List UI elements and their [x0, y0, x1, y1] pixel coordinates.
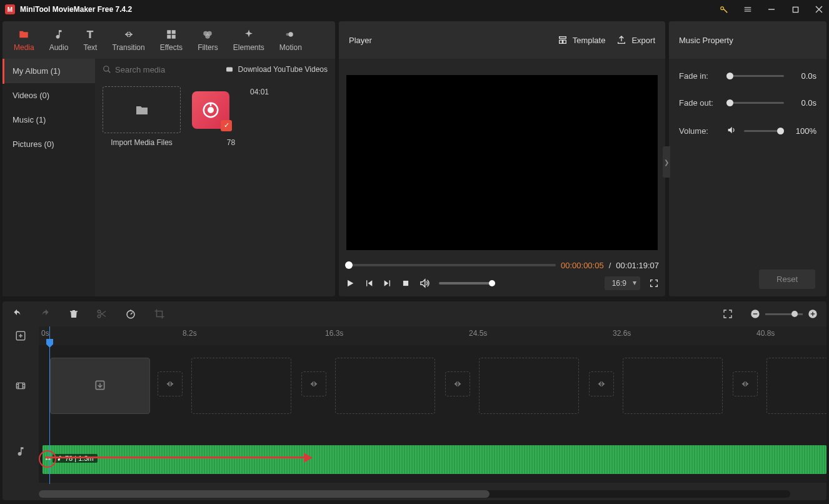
sidebar-item-pictures[interactable]: Pictures (0): [3, 132, 95, 156]
player-progress-bar[interactable]: [345, 264, 556, 266]
property-panel: ❯ Music Property Fade in: 0.0s Fade out:…: [669, 21, 826, 296]
export-button[interactable]: Export: [616, 35, 655, 45]
sidebar-item-music[interactable]: Music (1): [3, 108, 95, 132]
volume-prop-slider[interactable]: [744, 130, 784, 132]
total-time: 00:01:19:07: [616, 261, 659, 270]
annotation-arrow: [45, 456, 308, 458]
ruler-tick: 40.8s: [756, 329, 775, 338]
sidebar-item-videos[interactable]: Videos (0): [3, 83, 95, 108]
download-youtube-link[interactable]: Download YouTube Videos: [224, 65, 328, 74]
transition-icon: [123, 28, 135, 41]
audio-track[interactable]: 78 | 1.3m ↔: [39, 426, 826, 483]
player-title: Player: [349, 36, 546, 45]
tab-audio[interactable]: Audio: [42, 24, 76, 56]
close-button[interactable]: [814, 4, 824, 14]
fade-out-slider[interactable]: [726, 102, 784, 104]
property-title: Music Property: [669, 21, 826, 59]
audio-track-icon: [15, 426, 26, 476]
svg-rect-7: [172, 35, 176, 39]
tab-media[interactable]: Media: [3, 24, 42, 56]
tab-effects[interactable]: Effects: [153, 24, 190, 56]
delete-button[interactable]: [69, 308, 79, 320]
video-clip-slot[interactable]: [479, 358, 579, 414]
timeline-ruler[interactable]: 0s 8.2s 16.3s 24.5s 32.6s 40.8s: [39, 326, 826, 345]
template-button[interactable]: Template: [558, 35, 606, 45]
volume-slider[interactable]: [439, 282, 495, 285]
waveform: [43, 445, 826, 474]
next-frame-button[interactable]: [383, 278, 393, 288]
fade-in-slider[interactable]: [726, 75, 784, 77]
sparkle-icon: [243, 28, 254, 41]
svg-rect-15: [226, 68, 233, 72]
zoom-slider[interactable]: [765, 313, 803, 315]
sidebar-item-my-album[interactable]: My Album (1): [3, 59, 95, 83]
transition-slot[interactable]: [301, 371, 326, 396]
fade-in-label: Fade in:: [679, 71, 720, 81]
prev-frame-button[interactable]: [364, 278, 374, 288]
audio-clip-label: 78 | 1.3m: [53, 454, 98, 463]
add-track-button[interactable]: [15, 326, 26, 345]
collapse-panel-button[interactable]: ❯: [663, 146, 670, 178]
motion-icon: [285, 28, 296, 41]
video-clip-slot[interactable]: [623, 358, 723, 414]
aspect-ratio-select[interactable]: 16:9: [605, 276, 640, 290]
import-slot-icon: [94, 379, 106, 393]
redo-button[interactable]: [40, 309, 51, 319]
zoom-in-button[interactable]: [808, 309, 818, 319]
play-button[interactable]: [345, 278, 355, 288]
video-preview[interactable]: [346, 75, 658, 250]
fullscreen-button[interactable]: [649, 278, 659, 288]
stop-button[interactable]: [401, 279, 410, 288]
video-track-icon: [14, 345, 27, 426]
trim-handle[interactable]: ↔: [44, 454, 52, 463]
upgrade-icon[interactable]: [719, 4, 729, 14]
timeline-scrollbar[interactable]: [39, 490, 790, 498]
folder-open-icon: [134, 103, 149, 118]
tab-label: Elements: [233, 43, 264, 52]
crop-button[interactable]: [154, 308, 165, 320]
tab-motion[interactable]: Motion: [272, 24, 309, 56]
zoom-out-button[interactable]: [750, 309, 760, 319]
video-track[interactable]: [39, 345, 826, 426]
ruler-tick: 8.2s: [183, 329, 197, 338]
tab-label: Media: [14, 43, 34, 52]
check-icon: ✓: [221, 120, 232, 131]
volume-icon[interactable]: [419, 278, 430, 289]
search-media[interactable]: [103, 65, 224, 74]
menu-icon[interactable]: [743, 4, 753, 14]
minimize-button[interactable]: [766, 4, 776, 14]
timeline-tracks[interactable]: 0s 8.2s 16.3s 24.5s 32.6s 40.8s: [39, 326, 826, 490]
tab-transition[interactable]: Transition: [104, 24, 152, 56]
reset-button[interactable]: Reset: [759, 270, 815, 289]
audio-duration: 04:01: [250, 88, 269, 96]
media-item-audio[interactable]: ✓ 04:01: [192, 86, 270, 133]
transition-slot[interactable]: [445, 371, 470, 396]
tab-filters[interactable]: Filters: [190, 24, 226, 56]
youtube-icon: [224, 66, 234, 73]
fit-button[interactable]: [723, 309, 733, 319]
music-disc-icon: [201, 101, 220, 119]
svg-point-11: [288, 32, 293, 37]
tab-elements[interactable]: Elements: [226, 24, 272, 56]
maximize-button[interactable]: [790, 4, 800, 14]
undo-button[interactable]: [11, 309, 23, 319]
video-clip-slot[interactable]: [191, 358, 291, 414]
svg-rect-4: [167, 30, 171, 34]
video-clip-slot[interactable]: [766, 358, 826, 414]
video-clip-slot[interactable]: [50, 358, 150, 414]
svg-point-10: [206, 34, 211, 39]
ruler-tick: 0s: [41, 329, 49, 338]
tab-text[interactable]: Text: [76, 24, 104, 56]
svg-rect-23: [753, 313, 758, 314]
split-button[interactable]: [96, 308, 108, 320]
tab-label: Audio: [49, 43, 69, 52]
audio-clip[interactable]: 78 | 1.3m: [43, 445, 826, 474]
transition-slot[interactable]: [733, 371, 758, 396]
import-media-button[interactable]: [103, 86, 181, 133]
transition-slot[interactable]: [589, 371, 614, 396]
app-logo: M: [5, 4, 15, 14]
transition-slot[interactable]: [158, 371, 183, 396]
speed-button[interactable]: [125, 308, 136, 320]
search-input[interactable]: [115, 65, 190, 74]
video-clip-slot[interactable]: [335, 358, 435, 414]
